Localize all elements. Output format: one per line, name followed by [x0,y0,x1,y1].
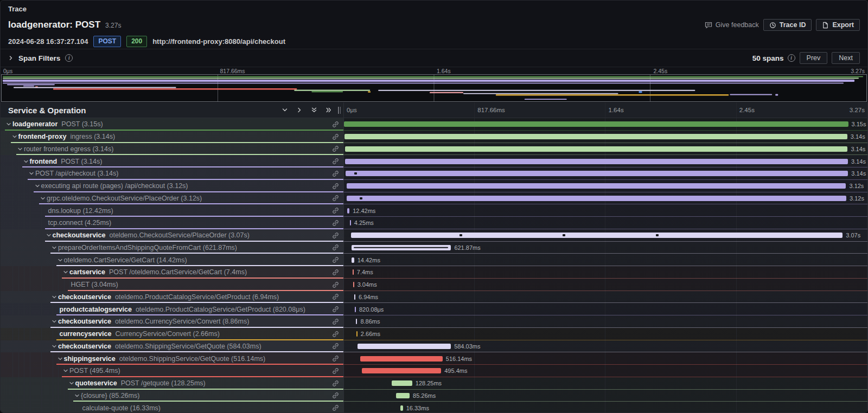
export-button[interactable]: Export [816,19,860,31]
span-row[interactable]: dns.lookup (12.42ms)12.42ms [1,204,867,217]
panel-splitter-handle[interactable] [337,107,341,114]
span-link-icon[interactable] [332,133,339,140]
span-bar-cell[interactable]: 3.12s [344,192,867,205]
trace-minimap[interactable]: 0μs817.66ms1.64s2.45s3.27s [1,67,867,102]
chevron-down-icon[interactable] [29,171,34,176]
span-label-cell[interactable]: productcatalogserviceoteldemo.ProductCat… [1,303,344,315]
span-filters-toggle[interactable]: Span Filters i [8,54,73,62]
chevron-down-icon[interactable] [12,134,17,139]
span-duration-bar[interactable] [355,307,356,312]
span-bar-cell[interactable]: 584.03ms [344,340,867,353]
span-link-icon[interactable] [332,121,339,128]
chevron-down-icon[interactable] [52,319,57,324]
span-bar-cell[interactable]: 85.26ms [344,390,867,402]
span-link-icon[interactable] [332,306,339,313]
span-row[interactable]: POST /api/checkout (3.14s)3.14s [1,167,867,180]
double-chevron-right-icon[interactable] [326,107,332,113]
span-bar-cell[interactable]: 12.42ms [344,204,867,217]
span-link-icon[interactable] [332,145,339,152]
span-link-icon[interactable] [332,232,339,239]
span-label-cell[interactable]: loadgeneratorPOST (3.15s) [1,118,344,131]
span-row[interactable]: router frontend egress (3.14s)3.14s [1,143,867,156]
span-duration-bar[interactable] [352,257,354,263]
chevron-down-icon[interactable] [63,368,68,373]
chevron-down-icon[interactable] [74,393,80,398]
span-row[interactable]: executing api route (pages) /api/checkou… [1,180,867,192]
span-duration-bar[interactable] [344,134,847,139]
span-label-cell[interactable]: checkoutserviceoteldemo.CurrencyService/… [1,315,344,328]
span-link-icon[interactable] [332,293,339,300]
span-row[interactable]: checkoutserviceoteldemo.ShippingService/… [1,340,867,353]
span-link-icon[interactable] [332,220,339,227]
chevron-down-icon[interactable] [35,183,40,189]
span-link-icon[interactable] [332,256,339,263]
next-span-button[interactable]: Next [832,52,860,64]
chevron-down-icon[interactable] [52,344,57,349]
span-label-cell[interactable]: tcp.connect (4.25ms) [1,217,344,229]
chevron-down-icon[interactable] [69,380,74,386]
span-link-icon[interactable] [332,392,339,399]
span-bar-cell[interactable]: 495.4ms [344,365,867,377]
span-bar-cell[interactable]: 516.14ms [344,352,867,365]
chevron-down-icon[interactable] [52,294,57,300]
span-duration-bar[interactable] [344,121,848,127]
span-label-cell[interactable]: shippingserviceoteldemo.ShippingService/… [1,352,344,365]
span-row[interactable]: {closure} (85.26ms)85.26ms [1,390,867,402]
span-link-icon[interactable] [332,318,339,325]
span-bar-cell[interactable]: 3.14s [344,167,867,180]
prev-span-button[interactable]: Prev [800,52,828,64]
span-label-cell[interactable]: checkoutserviceoteldemo.ShippingService/… [1,340,344,353]
span-label-cell[interactable]: cartservicePOST /oteldemo.CartService/Ge… [1,266,344,279]
span-duration-bar[interactable] [353,282,354,287]
span-label-cell[interactable]: quoteservicePOST /getquote (128.25ms) [1,377,344,390]
span-duration-bar[interactable] [346,171,848,176]
span-duration-bar[interactable] [362,368,441,373]
chevron-down-icon[interactable] [6,121,11,127]
span-row[interactable]: productcatalogserviceoteldemo.ProductCat… [1,303,867,315]
span-bar-cell[interactable]: 7.4ms [344,266,867,279]
span-label-cell[interactable]: currencyserviceCurrencyService/Convert (… [1,328,344,340]
span-row[interactable]: cartservicePOST /oteldemo.CartService/Ge… [1,266,867,279]
span-duration-bar[interactable] [400,405,403,411]
chevron-down-icon[interactable] [46,233,52,238]
span-row[interactable]: grpc.oteldemo.CheckoutService/PlaceOrder… [1,192,867,205]
span-bar-cell[interactable]: 4.25ms [344,217,867,229]
span-row[interactable]: quoteservicePOST /getquote (128.25ms)128… [1,377,867,390]
span-bar-cell[interactable]: 2.66ms [344,328,867,340]
span-link-icon[interactable] [332,244,339,251]
span-duration-bar[interactable] [351,233,843,238]
span-row[interactable]: frontendPOST (3.14s)3.14s [1,155,867,167]
span-row[interactable]: loadgeneratorPOST (3.15s)3.15s [1,118,867,131]
span-bar-cell[interactable]: 3.12s [344,180,867,192]
span-bar-cell[interactable]: 3.07s [344,229,867,242]
span-label-cell[interactable]: POST (495.4ms) [1,365,344,377]
span-row[interactable]: oteldemo.CartService/GetCart (14.42ms)14… [1,254,867,266]
span-label-cell[interactable]: grpc.oteldemo.CheckoutService/PlaceOrder… [1,192,344,205]
span-label-cell[interactable]: router frontend egress (3.14s) [1,143,344,156]
span-bar-cell[interactable]: 6.94ms [344,291,867,304]
span-duration-bar[interactable] [347,208,349,214]
span-link-icon[interactable] [332,281,339,288]
chevron-down-icon[interactable] [52,245,57,250]
span-label-cell[interactable]: executing api route (pages) /api/checkou… [1,180,344,192]
span-row[interactable]: currencyserviceCurrencyService/Convert (… [1,328,867,340]
chevron-down-icon[interactable] [58,257,63,263]
span-bar-cell[interactable]: 128.25ms [344,377,867,390]
span-label-cell[interactable]: prepareOrderItemsAndShippingQuoteFromCar… [1,242,344,254]
span-duration-bar[interactable] [353,269,354,275]
span-bar-cell[interactable]: 3.14s [344,143,867,156]
span-row[interactable]: checkoutserviceoteldemo.CurrencyService/… [1,315,867,328]
span-link-icon[interactable] [332,207,339,214]
span-duration-bar[interactable] [352,245,451,250]
span-duration-bar[interactable] [360,356,443,362]
span-row[interactable]: checkoutserviceoteldemo.CheckoutService/… [1,229,867,242]
span-duration-bar[interactable] [396,393,410,398]
span-duration-bar[interactable] [358,344,451,349]
span-bar-cell[interactable]: 621.87ms [344,242,867,254]
span-bar-cell[interactable]: 14.42ms [344,254,867,266]
span-link-icon[interactable] [332,367,339,375]
span-row[interactable]: checkoutserviceoteldemo.ProductCatalogSe… [1,291,867,304]
span-bar-cell[interactable]: 3.14s [344,131,867,143]
span-label-cell[interactable]: checkoutserviceoteldemo.ProductCatalogSe… [1,291,344,304]
trace-id-button[interactable]: Trace ID [763,19,812,31]
